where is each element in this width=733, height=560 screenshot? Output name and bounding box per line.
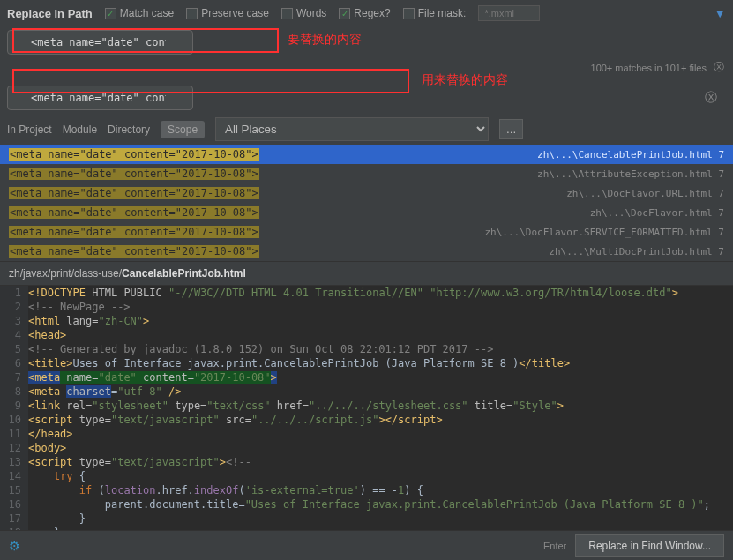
result-row[interactable]: <meta name="date" content="2017-10-08">z… — [0, 145, 733, 164]
result-row[interactable]: <meta name="date" content="2017-10-08">z… — [0, 203, 733, 222]
scope-browse-button[interactable]: ... — [499, 119, 523, 139]
preview-path: zh/javax/print/class-use/CancelablePrint… — [0, 261, 733, 286]
file-mask-checkbox[interactable]: File mask: — [403, 7, 467, 19]
annotation-label-search: 要替换的内容 — [288, 32, 362, 48]
clear-replace-icon[interactable]: ⓧ — [705, 90, 717, 106]
result-match-text: <meta name="date" content="2017-10-08"> — [9, 168, 259, 180]
scope-tab-scope[interactable]: Scope — [161, 121, 205, 138]
clear-search-icon[interactable]: ⓧ — [714, 60, 724, 75]
scope-tab-module[interactable]: Module — [63, 123, 97, 136]
result-file-path: zh\...\AttributeException.html 7 — [537, 168, 724, 180]
scope-select[interactable]: All Places — [215, 117, 489, 141]
dialog-title: Replace in Path — [7, 7, 93, 20]
replace-in-find-window-button[interactable]: Replace in Find Window... — [575, 534, 724, 557]
result-file-path: zh\...\CancelablePrintJob.html 7 — [537, 149, 724, 161]
filter-icon[interactable]: ▼ — [714, 6, 726, 20]
match-case-checkbox[interactable]: ✓Match case — [105, 7, 174, 19]
result-match-text: <meta name="date" content="2017-10-08"> — [9, 148, 259, 161]
regex-label: Regex? — [354, 7, 390, 19]
result-match-text: <meta name="date" content="2017-10-08"> — [9, 226, 259, 238]
result-match-text: <meta name="date" content="2017-10-08"> — [9, 245, 259, 258]
code-preview[interactable]: 1<!DOCTYPE HTML PUBLIC "-//W3C//DTD HTML… — [0, 286, 733, 541]
result-row[interactable]: <meta name="date" content="2017-10-08">z… — [0, 242, 733, 261]
results-list: <meta name="date" content="2017-10-08">z… — [0, 145, 733, 261]
words-checkbox[interactable]: Words — [281, 7, 326, 19]
result-match-text: <meta name="date" content="2017-10-08"> — [9, 187, 259, 199]
search-input[interactable] — [7, 30, 193, 55]
result-file-path: zh\...\MultiDocPrintJob.html 7 — [549, 246, 724, 258]
result-row[interactable]: <meta name="date" content="2017-10-08">z… — [0, 183, 733, 203]
file-mask-label: File mask: — [418, 7, 467, 19]
match-count: 100+ matches in 101+ files — [591, 63, 714, 73]
result-file-path: zh\...\DocFlavor.URL.html 7 — [566, 188, 724, 199]
result-row[interactable]: <meta name="date" content="2017-10-08">z… — [0, 164, 733, 183]
annotation-label-replace: 用来替换的内容 — [422, 72, 508, 88]
preserve-case-label: Preserve case — [201, 7, 269, 19]
replace-input[interactable] — [7, 86, 193, 110]
result-file-path: zh\...\DocFlavor.html 7 — [590, 207, 724, 219]
result-row[interactable]: <meta name="date" content="2017-10-08">z… — [0, 222, 733, 242]
gear-icon[interactable]: ⚙ — [9, 539, 20, 553]
result-match-text: <meta name="date" content="2017-10-08"> — [9, 206, 259, 219]
regex-checkbox[interactable]: ✓Regex? — [339, 7, 390, 19]
preserve-case-checkbox[interactable]: Preserve case — [186, 7, 269, 19]
words-label: Words — [296, 7, 326, 19]
file-mask-input[interactable] — [478, 5, 540, 21]
result-file-path: zh\...\DocFlavor.SERVICE_FORMATTED.html … — [484, 227, 724, 238]
match-case-label: Match case — [120, 7, 174, 19]
enter-hint: Enter — [543, 541, 566, 551]
scope-tab-directory[interactable]: Directory — [108, 123, 150, 136]
scope-tab-project[interactable]: In Project — [7, 123, 52, 136]
